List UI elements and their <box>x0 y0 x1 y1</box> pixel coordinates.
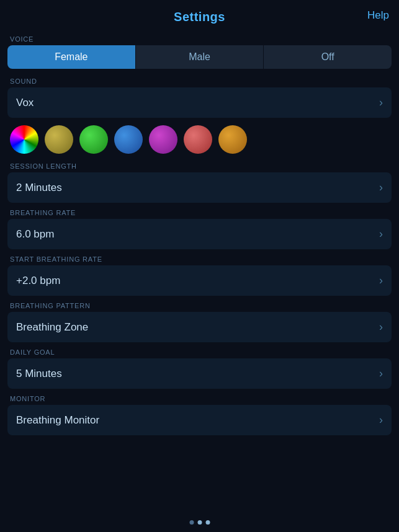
monitor-chevron-icon: › <box>379 414 383 427</box>
page-indicators <box>189 520 210 525</box>
session-length-value: 2 Minutes <box>16 182 62 194</box>
page-dot-1[interactable] <box>189 520 194 525</box>
breathing-pattern-row[interactable]: Breathing Zone › <box>7 312 392 342</box>
page-dot-2[interactable] <box>197 520 202 525</box>
breathing-rate-value: 6.0 bpm <box>16 228 54 241</box>
daily-goal-value: 5 Minutes <box>16 368 62 380</box>
color-teal[interactable] <box>114 125 143 154</box>
session-length-chevron-icon: › <box>379 181 383 194</box>
color-rainbow[interactable] <box>10 125 38 154</box>
start-breathing-rate-chevron-icon: › <box>379 274 383 287</box>
color-olive[interactable] <box>45 125 73 154</box>
monitor-value: Breathing Monitor <box>16 414 99 427</box>
breathing-rate-row[interactable]: 6.0 bpm › <box>7 219 392 249</box>
sound-chevron-icon: › <box>379 96 383 109</box>
breathing-rate-label: BREATHING RATE <box>0 204 399 219</box>
monitor-label: MONITOR <box>0 390 399 405</box>
sound-label: SOUND <box>0 73 399 87</box>
session-length-row[interactable]: 2 Minutes › <box>7 172 392 203</box>
breathing-pattern-chevron-icon: › <box>379 321 383 334</box>
page-title: Settings <box>174 10 225 24</box>
breathing-rate-chevron-icon: › <box>379 228 383 241</box>
sound-value: Vox <box>16 97 34 109</box>
voice-male-button[interactable]: Male <box>136 45 264 69</box>
header: Settings Help <box>0 0 399 30</box>
help-button[interactable]: Help <box>367 9 389 22</box>
color-selector <box>0 119 399 157</box>
sound-row[interactable]: Vox › <box>7 87 392 118</box>
voice-label: VOICE <box>0 30 399 45</box>
daily-goal-row[interactable]: 5 Minutes › <box>7 358 392 389</box>
session-length-label: SESSION LENGTH <box>0 157 399 172</box>
monitor-row[interactable]: Breathing Monitor › <box>7 405 392 435</box>
start-breathing-rate-label: START BREATHING RATE <box>0 250 399 265</box>
page-dot-3[interactable] <box>205 520 210 525</box>
breathing-pattern-label: BREATHING PATTERN <box>0 297 399 312</box>
color-green[interactable] <box>79 125 108 154</box>
color-salmon[interactable] <box>184 125 212 154</box>
start-breathing-rate-value: +2.0 bpm <box>16 275 60 287</box>
daily-goal-chevron-icon: › <box>379 367 383 380</box>
voice-selector: Female Male Off <box>7 45 392 69</box>
daily-goal-label: DAILY GOAL <box>0 344 399 358</box>
start-breathing-rate-row[interactable]: +2.0 bpm › <box>7 265 392 296</box>
breathing-pattern-value: Breathing Zone <box>16 321 88 334</box>
color-purple[interactable] <box>149 125 177 154</box>
voice-female-button[interactable]: Female <box>7 45 136 69</box>
color-orange[interactable] <box>218 125 247 154</box>
voice-off-button[interactable]: Off <box>264 45 392 69</box>
